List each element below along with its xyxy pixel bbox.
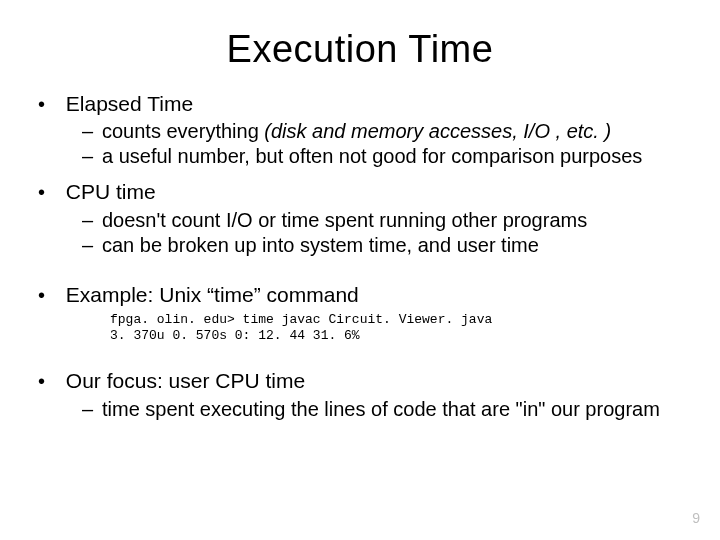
- sub-list: counts everything (disk and memory acces…: [38, 119, 682, 169]
- spacer: [38, 258, 682, 272]
- sub-list: doesn't count I/O or time spent running …: [38, 208, 682, 258]
- bullet-elapsed-time: Elapsed Time counts everything (disk and…: [38, 91, 682, 169]
- code-line: 3. 370u 0. 570s 0: 12. 44 31. 6%: [110, 328, 360, 343]
- sub-text-italic: (disk and memory accesses, I/O , etc. ): [264, 120, 611, 142]
- sub-text: time spent executing the lines of code t…: [102, 398, 660, 420]
- sub-text: can be broken up into system time, and u…: [102, 234, 539, 256]
- bullet-label: CPU time: [66, 180, 156, 203]
- code-block: fpga. olin. edu> time javac Circuit. Vie…: [38, 312, 682, 345]
- spacer: [38, 344, 682, 358]
- sub-item: doesn't count I/O or time spent running …: [82, 208, 682, 233]
- slide-title: Execution Time: [0, 0, 720, 81]
- code-line: fpga. olin. edu> time javac Circuit. Vie…: [110, 312, 492, 327]
- slide-content: Elapsed Time counts everything (disk and…: [0, 91, 720, 422]
- sub-list: time spent executing the lines of code t…: [38, 397, 682, 422]
- bullet-label: Our focus: user CPU time: [66, 369, 305, 392]
- sub-item: time spent executing the lines of code t…: [82, 397, 682, 422]
- bullet-label: Example: Unix “time” command: [66, 283, 359, 306]
- sub-text: doesn't count I/O or time spent running …: [102, 209, 587, 231]
- bullet-label: Elapsed Time: [66, 92, 193, 115]
- bullet-list: Elapsed Time counts everything (disk and…: [38, 91, 682, 422]
- sub-item: a useful number, but often not good for …: [82, 144, 682, 169]
- sub-item: counts everything (disk and memory acces…: [82, 119, 682, 144]
- sub-item: can be broken up into system time, and u…: [82, 233, 682, 258]
- sub-text: a useful number, but often not good for …: [102, 145, 642, 167]
- page-number: 9: [692, 510, 700, 526]
- slide: Execution Time Elapsed Time counts every…: [0, 0, 720, 540]
- bullet-cpu-time: CPU time doesn't count I/O or time spent…: [38, 179, 682, 257]
- bullet-example: Example: Unix “time” command fpga. olin.…: [38, 282, 682, 345]
- sub-text: counts everything: [102, 120, 264, 142]
- bullet-our-focus: Our focus: user CPU time time spent exec…: [38, 368, 682, 421]
